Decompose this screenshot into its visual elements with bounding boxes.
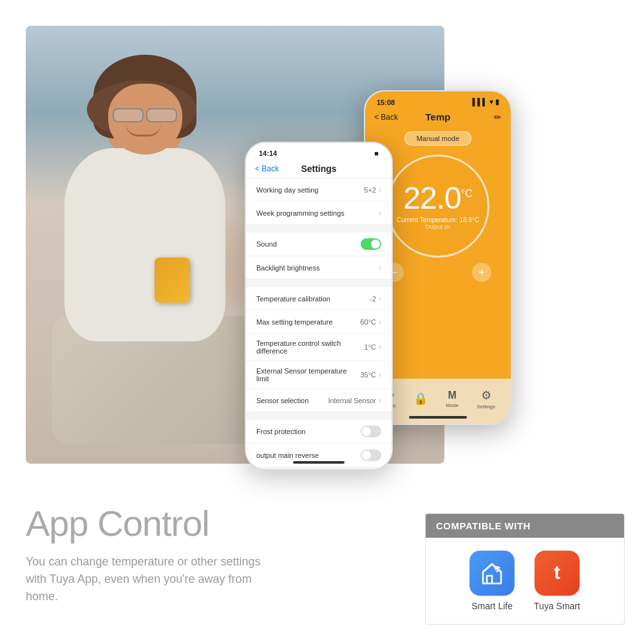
settings-row-output-reverse[interactable]: output main reverse [246,444,392,468]
temp-calibration-value: -2 › [370,294,381,303]
output-reverse-toggle[interactable] [361,450,381,461]
settings-nav-bar: < Back Settings [246,160,392,178]
divider-4 [246,468,392,469]
backlight-label: Backlight brightness [256,264,319,272]
switch-diff-value: 1°C › [365,343,381,352]
svg-point-0 [497,571,498,573]
frost-toggle[interactable] [361,426,381,437]
working-day-value: 5+2 › [364,185,381,194]
manual-mode-label: Manual mode [404,131,472,146]
temp-unit: °C [461,188,473,200]
week-programming-label: Week programming settings [256,209,345,217]
sound-label: Sound [256,240,277,248]
max-temp-value: 60°C › [360,317,381,327]
compatible-apps: Smart Life t Tuya Smart [426,538,624,624]
svg-text:t: t [554,562,560,583]
settings-row-week-programming[interactable]: Week programming settings › [246,202,392,225]
mode-label: Mode [446,402,459,408]
ext-sensor-value: 35°C › [360,370,381,379]
temp-status-bar: 15:08 ▌▌▌ ▾ ▮ [365,91,511,109]
smart-life-label: Smart Life [471,601,513,611]
settings-home-indicator [293,461,345,464]
temp-nav-lock[interactable]: 🔒 [413,392,428,406]
settings-row-working-day[interactable]: Working day setting 5+2 › [246,178,392,202]
settings-row-frost[interactable]: Frost protection [246,420,392,444]
temp-title: Temp [426,111,451,122]
compatible-box: COMPATIBLE WITH [425,513,625,625]
bottom-section: App Control You can change temperature o… [0,464,644,644]
manual-mode-badge: Manual mode [365,131,511,146]
sensor-selection-label: Sensor selection [256,397,308,404]
output-reverse-label: output main reverse [256,451,319,459]
temp-back-button[interactable]: < Back [374,113,398,122]
frost-label: Frost protection [256,428,305,435]
tuya-icon: t [535,551,580,596]
settings-row-backlight[interactable]: Backlight brightness › [246,256,392,279]
temp-nav-bar: < Back Temp ✏ [365,109,511,128]
app-control-title: App Control [26,502,209,544]
settings-list: Working day setting 5+2 › Week programmi… [246,178,392,469]
divider-1 [246,225,392,232]
sensor-selection-value: Internal Sensor › [328,396,381,405]
switch-diff-label: Temperature control switch difference [256,339,365,355]
settings-time: 14:14 [259,149,277,157]
divider-2 [246,279,392,287]
page-wrapper: 14:14 ■ < Back Settings Working day sett… [0,0,644,644]
glasses [109,108,180,122]
temp-value: 22.0 [403,183,460,214]
sound-toggle[interactable] [361,238,381,250]
mode-icon: M [448,390,457,401]
temp-signal-icons: ▌▌▌ ▾ ▮ [473,98,500,106]
settings-row-sound[interactable]: Sound [246,232,392,256]
temp-output-label: Output on [425,223,451,230]
home-indicator [409,416,467,419]
app-control-description: You can change temperature or other sett… [26,553,283,605]
max-temp-label: Max setting temperature [256,318,333,326]
divider-3 [246,412,392,420]
settings-gear-icon: ⚙ [481,388,491,402]
backlight-value: › [379,263,381,272]
body [64,148,225,341]
tuya-label: Tuya Smart [534,601,580,611]
temp-circle: 22.0 °C Current Temperature: 18.9°C Outp… [386,155,489,258]
settings-nav-label: Settings [477,404,495,410]
temp-current-label: Current Temperature: 18.9°C [397,216,479,223]
temp-nav-mode[interactable]: M Mode [446,390,459,408]
smart-life-app-item: Smart Life [469,551,515,611]
compatible-header: COMPATIBLE WITH [426,514,624,538]
lock-icon: 🔒 [413,392,428,406]
temp-plus-button[interactable]: + [472,263,491,282]
settings-screen: 14:14 ■ < Back Settings Working day sett… [246,143,392,469]
temp-time: 15:08 [377,99,395,106]
settings-row-max-temp[interactable]: Max setting temperature 60°C › [246,310,392,334]
settings-row-ext-sensor[interactable]: External Sensor temperature limit 35°C › [246,361,392,389]
week-programming-value: › [379,209,381,218]
settings-battery: ■ [374,149,379,157]
settings-phone: 14:14 ■ < Back Settings Working day sett… [245,142,393,470]
working-day-label: Working day setting [256,186,318,194]
settings-back-button[interactable]: < Back [255,164,279,173]
settings-row-sensor-selection[interactable]: Sensor selection Internal Sensor › [246,389,392,412]
smart-life-icon [469,551,515,596]
phone-in-hand [155,258,190,303]
tuya-app-item: t Tuya Smart [534,551,580,611]
temp-nav-settings[interactable]: ⚙ Settings [477,388,495,410]
temp-calibration-label: Temperature calibration [256,295,330,303]
settings-row-temp-calibration[interactable]: Temperature calibration -2 › [246,287,392,310]
edit-icon[interactable]: ✏ [494,112,502,122]
settings-status-bar: 14:14 ■ [246,143,392,160]
settings-row-switch-diff[interactable]: Temperature control switch difference 1°… [246,334,392,361]
settings-title: Settings [301,164,336,174]
ext-sensor-label: External Sensor temperature limit [256,367,360,383]
